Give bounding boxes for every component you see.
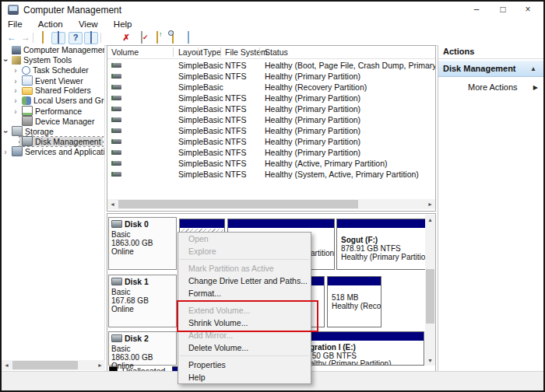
toolbar-separator bbox=[100, 33, 101, 43]
disk1-label[interactable]: Disk 1 Basic 167.68 GB Online bbox=[108, 275, 177, 327]
menu-item-open[interactable]: Open bbox=[178, 233, 311, 245]
scroll-thumb[interactable] bbox=[118, 200, 358, 208]
services-icon bbox=[12, 146, 23, 156]
menu-help[interactable]: Help bbox=[107, 18, 139, 30]
volume-row[interactable]: SimpleBasicNTFSHealthy (Primary Partitio… bbox=[107, 125, 435, 136]
volume-row[interactable]: SimpleBasicNTFSHealthy (Primary Partitio… bbox=[107, 136, 435, 147]
tree-item-services-applications[interactable]: Services and Applications bbox=[2, 146, 105, 156]
disk-drive-icon bbox=[111, 278, 122, 285]
tree-item-computer-management[interactable]: Computer Management (Local bbox=[2, 45, 105, 55]
partition-header bbox=[180, 219, 224, 229]
actions-pane-toggle-icon[interactable] bbox=[84, 32, 98, 44]
tree-item-device-manager[interactable]: Device Manager bbox=[2, 116, 105, 126]
scroll-down-icon[interactable]: ▼ bbox=[425, 355, 435, 366]
scroll-right-icon[interactable]: ► bbox=[95, 360, 105, 370]
chevron-right-icon[interactable] bbox=[2, 147, 9, 157]
volume-icon bbox=[111, 128, 121, 133]
menu-item-help[interactable]: Help bbox=[178, 371, 311, 383]
scroll-right-icon[interactable]: ► bbox=[425, 199, 435, 209]
col-header-status[interactable]: Status bbox=[265, 46, 288, 58]
collapse-icon[interactable]: ▲ bbox=[530, 61, 536, 77]
volume-row[interactable]: SimpleBasicNTFSHealthy (System, Active, … bbox=[107, 169, 435, 180]
app-icon bbox=[8, 5, 19, 15]
more-actions-item[interactable]: More Actions ▶ bbox=[438, 80, 543, 94]
col-header-type[interactable]: Type bbox=[203, 46, 221, 58]
scroll-up-icon[interactable]: ▲ bbox=[425, 215, 435, 225]
volume-icon bbox=[111, 117, 121, 122]
volume-row[interactable]: SimpleBasicHealthy (Recovery Partition) bbox=[107, 82, 435, 93]
volume-row[interactable]: SimpleBasicNTFSHealthy (Primary Partitio… bbox=[107, 103, 435, 114]
chevron-right-icon[interactable] bbox=[12, 86, 19, 96]
disk-drive-icon bbox=[111, 334, 122, 342]
scroll-thumb[interactable] bbox=[426, 269, 434, 324]
volume-row[interactable]: SimpleBasicNTFSHealthy (Primary Partitio… bbox=[107, 147, 435, 158]
back-icon[interactable]: ← bbox=[5, 32, 19, 44]
disk1-partition-recovery[interactable]: 518 MB Healthy (Recove bbox=[327, 276, 382, 327]
tree-hscrollbar[interactable]: ◄ ► bbox=[2, 360, 105, 370]
volume-row[interactable]: SimpleBasicNTFSHealthy (Boot, Page File,… bbox=[107, 60, 435, 71]
partition-header bbox=[228, 219, 334, 229]
chevron-down-icon[interactable] bbox=[2, 57, 11, 65]
disk2-label[interactable]: Disk 2 Basic 1863.00 GB Online bbox=[108, 331, 177, 366]
menu-file[interactable]: File bbox=[2, 18, 30, 30]
menu-item-mark-partition-active[interactable]: Mark Partition as Active bbox=[178, 262, 311, 275]
volume-row[interactable]: SimpleBasicNTFSHealthy (Primary Partitio… bbox=[107, 71, 435, 82]
folder-up-icon[interactable] bbox=[150, 32, 164, 44]
tree-item-task-scheduler[interactable]: Task Scheduler bbox=[2, 65, 105, 75]
tool-icon[interactable] bbox=[104, 32, 118, 44]
chevron-down-icon[interactable] bbox=[2, 128, 11, 136]
partition-header bbox=[337, 219, 434, 229]
maximize-button[interactable]: □ bbox=[490, 2, 515, 18]
titlebar: Computer Management – □ × bbox=[2, 2, 543, 18]
col-header-volume[interactable]: Volume bbox=[111, 46, 139, 58]
disk0-label[interactable]: Disk 0 Basic 1863.00 GB Online bbox=[108, 217, 177, 270]
scroll-thumb[interactable] bbox=[12, 361, 78, 369]
minimize-button[interactable]: – bbox=[464, 2, 489, 18]
volume-hscrollbar[interactable]: ◄ ► bbox=[107, 199, 435, 209]
close-button[interactable]: × bbox=[515, 2, 540, 18]
col-header-filesystem[interactable]: File System bbox=[225, 46, 268, 58]
tree-item-local-users-groups[interactable]: Local Users and Groups bbox=[2, 96, 105, 106]
folder-icon bbox=[42, 31, 44, 44]
tree-item-shared-folders[interactable]: Shared Folders bbox=[2, 86, 105, 96]
console-tree-toggle-icon[interactable] bbox=[51, 32, 65, 44]
computer-management-window: Computer Management – □ × File Action Vi… bbox=[0, 0, 545, 392]
forward-icon[interactable]: → bbox=[19, 32, 33, 44]
menu-item-properties[interactable]: Properties bbox=[178, 359, 311, 371]
chevron-right-icon[interactable] bbox=[12, 65, 19, 75]
disk0-partition-sogut[interactable]: Sogut (F:) 878.91 GB NTFS Healthy (Prima… bbox=[336, 219, 434, 270]
clock-icon bbox=[22, 66, 30, 75]
highlight-annotation-box bbox=[177, 300, 318, 332]
volume-icon bbox=[111, 172, 121, 177]
volume-row[interactable]: SimpleBasicNTFSHealthy (Primary Partitio… bbox=[107, 114, 435, 125]
scroll-left-icon[interactable]: ◄ bbox=[2, 360, 12, 370]
menu-item-change-drive-letter[interactable]: Change Drive Letter and Paths... bbox=[178, 275, 311, 287]
tree-item-performance[interactable]: Performance bbox=[2, 106, 105, 116]
disk-vscrollbar[interactable]: ▲ ▼ bbox=[425, 215, 435, 366]
volume-icon bbox=[111, 74, 121, 79]
tree-item-disk-management[interactable]: Disk Management bbox=[2, 136, 105, 146]
menu-item-delete-volume[interactable]: Delete Volume... bbox=[178, 341, 311, 354]
delete-icon[interactable]: ✗ bbox=[119, 32, 133, 44]
help-icon[interactable]: ? bbox=[69, 32, 83, 44]
tree-item-system-tools[interactable]: System Tools bbox=[2, 55, 105, 65]
menu-item-explore[interactable]: Explore bbox=[178, 245, 311, 257]
volume-row[interactable]: SimpleBasicNTFSHealthy (Active, Primary … bbox=[107, 158, 435, 169]
system-tools-icon bbox=[12, 56, 21, 65]
scroll-left-icon[interactable]: ◄ bbox=[107, 199, 118, 209]
menu-item-format[interactable]: Format... bbox=[178, 287, 311, 299]
chevron-right-icon[interactable] bbox=[12, 96, 19, 106]
properties-list-icon[interactable] bbox=[181, 32, 195, 44]
users-icon bbox=[22, 96, 31, 105]
col-header-layout[interactable]: Layout bbox=[178, 46, 203, 58]
volume-row[interactable]: SimpleBasicNTFSHealthy (Primary Partitio… bbox=[107, 93, 435, 103]
tree-item-storage[interactable]: Storage bbox=[2, 126, 105, 136]
check-document-icon[interactable] bbox=[135, 32, 149, 44]
menu-view[interactable]: View bbox=[72, 18, 105, 30]
console-folder-icon[interactable] bbox=[36, 32, 50, 44]
tree-item-event-viewer[interactable]: Event Viewer bbox=[2, 75, 105, 86]
folder-find-icon[interactable] bbox=[166, 32, 180, 44]
actions-header: Actions bbox=[438, 45, 543, 59]
actions-group-disk-management[interactable]: Disk Management ▲ bbox=[438, 61, 543, 77]
menu-action[interactable]: Action bbox=[32, 18, 70, 30]
